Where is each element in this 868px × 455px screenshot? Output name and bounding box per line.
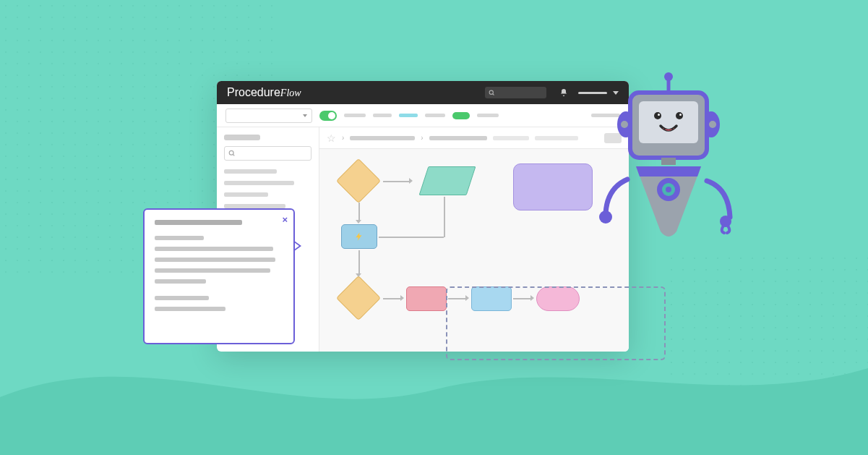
chevron-down-icon [303, 114, 307, 117]
svg-rect-19 [661, 158, 676, 165]
brand-logo: ProcedureFlow [227, 86, 301, 99]
breadcrumb: ☆ › › [319, 127, 629, 149]
toolbar-item-active[interactable] [399, 114, 418, 117]
decision-node[interactable] [336, 276, 381, 320]
svg-point-0 [489, 90, 493, 94]
svg-point-4 [599, 211, 612, 224]
svg-point-18 [679, 114, 682, 116]
toolbar-status-pill[interactable] [452, 112, 470, 119]
svg-point-11 [709, 121, 716, 128]
chevron-right-icon: › [421, 134, 423, 142]
action-node[interactable] [341, 224, 377, 249]
toolbar-dropdown[interactable] [225, 109, 312, 123]
sidebar-heading [224, 135, 260, 140]
toolbar-item[interactable] [425, 114, 445, 117]
svg-point-2 [229, 150, 233, 155]
connector [358, 203, 360, 221]
popup-text [155, 258, 275, 262]
toggle-switch[interactable] [319, 111, 337, 121]
lightning-icon [354, 231, 364, 242]
connector [379, 237, 444, 238]
arrow-icon [356, 220, 361, 224]
decision-node[interactable] [336, 158, 381, 203]
svg-point-7 [664, 72, 673, 81]
titlebar: ProcedureFlow [217, 81, 629, 104]
popup-text [155, 236, 204, 240]
selection-box[interactable] [446, 286, 666, 360]
process-node[interactable] [513, 163, 593, 211]
connector [444, 197, 445, 237]
toolbar [217, 104, 629, 127]
svg-point-22 [666, 187, 671, 192]
popup-text [155, 296, 209, 300]
search-icon [489, 90, 495, 96]
connector [383, 298, 402, 299]
svg-point-5 [720, 216, 731, 227]
connector [383, 181, 411, 182]
toolbar-item[interactable] [344, 114, 366, 117]
arrow-icon [409, 178, 413, 184]
chevron-right-icon: › [342, 134, 344, 142]
breadcrumb-segment [535, 136, 578, 140]
connector [358, 250, 360, 275]
arrow-icon [400, 295, 404, 301]
toolbar-item[interactable] [477, 114, 499, 117]
sidebar-item[interactable] [224, 169, 277, 174]
info-popup: × [143, 208, 295, 344]
search-icon [228, 150, 236, 157]
popup-text [155, 247, 273, 251]
svg-point-9 [621, 121, 628, 128]
svg-line-1 [493, 93, 494, 95]
breadcrumb-segment [493, 136, 529, 140]
breadcrumb-segment[interactable] [350, 136, 415, 140]
popup-text [155, 307, 225, 311]
global-search-input[interactable] [485, 87, 546, 98]
svg-line-3 [233, 154, 234, 156]
star-icon[interactable]: ☆ [327, 132, 336, 144]
sidebar-item[interactable] [224, 181, 294, 185]
breadcrumb-segment[interactable] [429, 136, 487, 140]
sidebar-search-input[interactable] [224, 146, 311, 161]
toolbar-item[interactable] [373, 114, 392, 117]
sidebar-item[interactable] [224, 192, 268, 197]
svg-point-16 [676, 112, 683, 119]
data-node[interactable] [419, 166, 476, 195]
popup-text [155, 279, 206, 284]
svg-point-15 [654, 112, 661, 119]
svg-point-17 [658, 114, 660, 116]
svg-rect-14 [639, 101, 698, 143]
popup-title [155, 220, 242, 225]
close-icon[interactable]: × [282, 214, 288, 225]
robot-mascot [593, 72, 744, 275]
bell-icon[interactable] [559, 88, 568, 97]
popup-text [155, 268, 270, 273]
process-node[interactable] [406, 286, 447, 311]
